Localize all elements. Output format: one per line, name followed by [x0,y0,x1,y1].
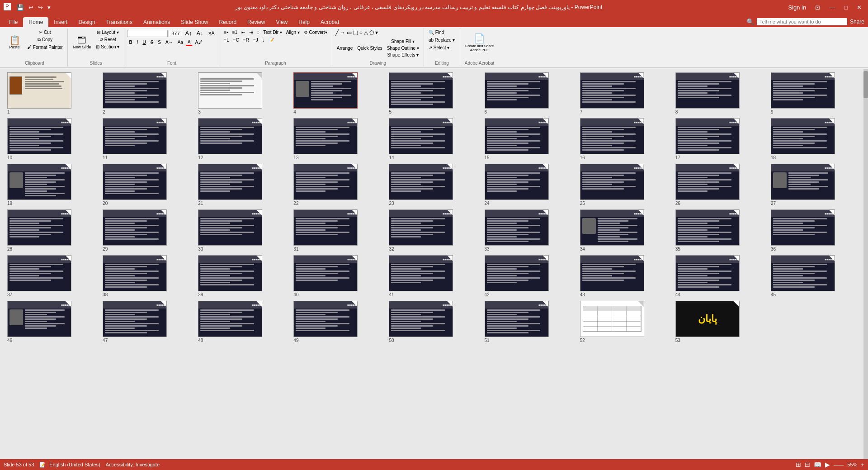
strikethrough-button[interactable]: S [149,39,156,46]
slide-item-46[interactable]: ◼◼◼◼◼46 [7,301,97,343]
highlight-color-button[interactable]: A🖍 [193,39,205,46]
slide-item-4[interactable]: ◼◼◼◼◼4 [293,72,383,114]
tab-help[interactable]: Help [293,17,315,27]
maximize-button[interactable]: □ [841,3,850,12]
select-button[interactable]: ↗ Select ▾ [427,44,451,51]
slide-item-9[interactable]: ◼◼◼◼◼9 [771,72,861,114]
slide-item-42[interactable]: ◼◼◼◼◼42 [485,255,575,297]
text-box-button[interactable]: 📝 [267,37,276,43]
paste-button[interactable]: 📋 Paste [5,29,24,56]
slide-sorter-panel[interactable]: 1◼◼◼◼◼23◼◼◼◼◼4◼◼◼◼◼5◼◼◼◼◼6◼◼◼◼◼7◼◼◼◼◼8◼◼… [0,69,868,459]
qat-more-button[interactable]: ▾ [46,4,52,11]
replace-button[interactable]: ab Replace ▾ [427,37,457,43]
pentagon-shape[interactable]: ⬠ [369,29,374,36]
rounded-rect-shape[interactable]: ▢ [353,29,359,36]
arrow-shape[interactable]: → [340,29,346,36]
zoom-in-button[interactable]: + [861,461,864,468]
bullets-button[interactable]: ≡• [222,29,230,36]
slide-item-31[interactable]: ◼◼◼◼◼31 [293,209,383,252]
line-shape[interactable]: ╱ [335,29,339,36]
font-size-decrease-button[interactable]: A↓ [195,29,205,38]
italic-button[interactable]: I [135,39,140,46]
slide-item-38[interactable]: ◼◼◼◼◼38 [103,255,193,297]
notes-icon[interactable]: 📝 [39,462,46,468]
tell-me-input[interactable] [757,18,847,25]
font-name-input[interactable] [127,30,168,37]
underline-button[interactable]: U [141,39,147,46]
align-center-button[interactable]: ≡C [231,37,241,43]
slide-item-33[interactable]: ◼◼◼◼◼33 [485,209,575,252]
accessibility-status[interactable]: Accessibility: Investigate [106,462,160,467]
scrollbar-thumb[interactable] [863,71,868,98]
quick-styles-button[interactable]: Quick Styles [355,38,384,58]
increase-indent-button[interactable]: ⇥ [247,29,255,36]
text-direction-button[interactable]: Text Dir ▾ [261,29,284,36]
main-scrollbar[interactable] [863,69,868,459]
slide-item-18[interactable]: ◼◼◼◼◼18 [771,118,861,160]
shape-fill-button[interactable]: Shape Fill ▾ [385,38,421,45]
slide-item-6[interactable]: ◼◼◼◼◼6 [485,72,575,114]
slide-item-41[interactable]: ◼◼◼◼◼41 [389,255,479,297]
tab-home[interactable]: Home [23,17,48,27]
slide-item-8[interactable]: ◼◼◼◼◼8 [675,72,765,114]
layout-button[interactable]: ⊟ Layout ▾ [94,29,121,36]
slide-item-49[interactable]: ◼◼◼◼◼49 [293,301,383,343]
slideshow-button[interactable]: ▶ [825,461,830,468]
sign-in-button[interactable]: Sign in [785,3,809,12]
slide-item-2[interactable]: ◼◼◼◼◼2 [103,72,193,114]
columns-button[interactable]: ⫶ [260,37,266,43]
decrease-indent-button[interactable]: ⇤ [240,29,247,36]
slide-item-21[interactable]: ◼◼◼◼◼21 [198,164,288,206]
share-button[interactable]: Share [850,19,864,25]
slide-sorter-view-button[interactable]: ⊟ [805,461,810,468]
slide-item-52[interactable]: 52 [580,301,670,343]
slide-item-37[interactable]: ◼◼◼◼◼37 [7,255,97,297]
slide-item-15[interactable]: ◼◼◼◼◼15 [485,118,575,160]
align-text-button[interactable]: Align ▾ [284,29,302,36]
justify-button[interactable]: ≡J [251,37,260,43]
triangle-shape[interactable]: △ [363,29,368,36]
slide-item-20[interactable]: ◼◼◼◼◼20 [103,164,193,206]
close-button[interactable]: ✕ [854,3,864,12]
slide-item-5[interactable]: ◼◼◼◼◼5 [389,72,479,114]
slide-item-39[interactable]: ◼◼◼◼◼39 [198,255,288,297]
find-button[interactable]: 🔍 Find [427,29,446,36]
slide-item-27[interactable]: ◼◼◼◼◼27 [771,164,861,206]
slide-item-47[interactable]: ◼◼◼◼◼47 [103,301,193,343]
bold-button[interactable]: B [127,39,134,46]
align-right-button[interactable]: ≡R [241,37,251,43]
tab-transitions[interactable]: Transitions [101,17,138,27]
tab-review[interactable]: Review [242,17,270,27]
oval-shape[interactable]: ○ [359,29,363,36]
slide-item-24[interactable]: ◼◼◼◼◼24 [485,164,575,206]
slide-item-50[interactable]: ◼◼◼◼◼50 [389,301,479,343]
section-button[interactable]: ⊞ Section ▾ [94,43,121,50]
more-shapes[interactable]: ▾ [375,29,378,36]
slide-item-3[interactable]: 3 [198,72,288,114]
slide-item-43[interactable]: ◼◼◼◼◼43 [580,255,670,297]
slide-item-28[interactable]: ◼◼◼◼◼28 [7,209,97,252]
slide-item-1[interactable]: 1 [7,72,97,114]
reset-button[interactable]: ↺ Reset [94,36,121,43]
slide-item-32[interactable]: ◼◼◼◼◼32 [389,209,479,252]
slide-item-30[interactable]: ◼◼◼◼◼30 [198,209,288,252]
slide-item-14[interactable]: ◼◼◼◼◼14 [389,118,479,160]
redo-button[interactable]: ↪ [37,4,44,11]
tab-slide-show[interactable]: Slide Show [175,17,213,27]
slide-item-44[interactable]: ◼◼◼◼◼44 [675,255,765,297]
new-slide-button[interactable]: 🗔 New Slide [71,29,94,56]
slide-item-22[interactable]: ◼◼◼◼◼22 [293,164,383,206]
slide-item-10[interactable]: ◼◼◼◼◼10 [7,118,97,160]
font-color-button[interactable]: A [186,38,193,46]
undo-button[interactable]: ↩ [27,4,35,11]
tab-view[interactable]: View [270,17,293,27]
slide-item-35[interactable]: ◼◼◼◼◼35 [675,209,765,252]
slide-item-36[interactable]: ◼◼◼◼◼36 [771,209,861,252]
tab-file[interactable]: File [4,17,23,27]
slide-item-16[interactable]: ◼◼◼◼◼16 [580,118,670,160]
rect-shape[interactable]: ▭ [346,29,352,36]
copy-button[interactable]: ⧉ Copy [25,36,65,43]
slide-item-13[interactable]: ◼◼◼◼◼13 [293,118,383,160]
arrange-button[interactable]: Arrange [335,38,355,58]
font-size-increase-button[interactable]: A↑ [183,29,193,38]
